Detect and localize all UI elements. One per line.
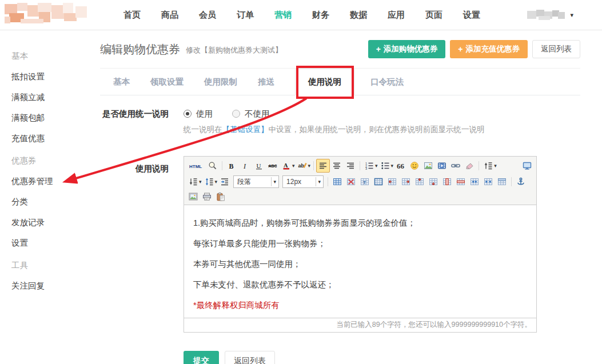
nav-item-营销[interactable]: 营销 (274, 10, 292, 21)
sidebar-item-充值优惠[interactable]: 充值优惠 (11, 133, 98, 144)
radio-use-selected[interactable] (184, 110, 192, 118)
back-to-list-bottom-button[interactable]: 返回列表 (225, 351, 275, 364)
underline-icon[interactable]: U (252, 159, 266, 173)
cell-properties-icon[interactable]: T (358, 175, 372, 189)
highlight-color-icon[interactable]: ab (296, 159, 309, 173)
nav-item-商品[interactable]: 商品 (161, 10, 178, 21)
page-title: 编辑购物优惠券 (100, 42, 180, 57)
tab-使用说明[interactable]: 使用说明 (295, 69, 354, 95)
unordered-list-icon[interactable] (378, 159, 392, 173)
radio-not-use[interactable] (232, 110, 240, 118)
line-height-icon[interactable] (481, 159, 495, 173)
sidebar-item-抵扣设置[interactable]: 抵扣设置 (11, 71, 98, 82)
unordered-list-dropdown-caret[interactable]: ▾ (391, 163, 394, 169)
html-source-icon[interactable]: HTML (186, 159, 206, 173)
table-properties-icon[interactable] (372, 175, 385, 189)
align-center-icon[interactable] (330, 159, 344, 173)
nav-item-首页[interactable]: 首页 (123, 10, 141, 21)
sidebar-item-设置[interactable]: 设置 (11, 238, 98, 249)
paragraph-select[interactable]: 段落▾ (233, 175, 279, 188)
ordered-list-dropdown-caret[interactable]: ▾ (375, 163, 378, 169)
add-shopping-coupon-button[interactable]: + 添加购物优惠券 (368, 40, 446, 58)
insert-column-left-icon[interactable] (385, 175, 399, 189)
tab-领取设置[interactable]: 领取设置 (150, 69, 184, 95)
radio-not-use-label[interactable]: 不使用 (245, 108, 270, 119)
editor-content[interactable]: 1.购买商城商品时，购物券可抵购物券券面显示的现金价值；每张订单最多只能使用一张… (184, 205, 536, 318)
insert-row-above-icon[interactable] (413, 175, 426, 189)
bold-icon[interactable]: B (225, 159, 238, 173)
insert-image-icon[interactable] (421, 159, 435, 173)
radio-use-label[interactable]: 使用 (196, 108, 213, 119)
back-to-list-button[interactable]: 返回列表 (532, 40, 580, 58)
insert-video-icon[interactable] (435, 159, 449, 173)
fullscreen-icon[interactable] (520, 159, 534, 173)
delete-column-icon[interactable] (440, 175, 454, 189)
nav-item-设置[interactable]: 设置 (463, 10, 480, 21)
svg-text:I: I (243, 162, 246, 170)
align-right-icon[interactable] (344, 159, 357, 173)
fontsize-select[interactable]: 12px▾ (282, 175, 324, 188)
nav-item-会员[interactable]: 会员 (199, 10, 216, 21)
logo-blurred[interactable] (3, 2, 90, 28)
strikethrough-icon[interactable]: ABC (266, 159, 280, 173)
anchor-icon[interactable] (514, 175, 528, 189)
tab-使用限制[interactable]: 使用限制 (204, 69, 237, 95)
chevron-down-icon: ▾ (570, 11, 573, 19)
align-left-icon[interactable] (316, 159, 330, 173)
paragraph-spacing-icon[interactable] (186, 175, 200, 189)
blockquote-icon[interactable]: 66 (394, 159, 408, 173)
paragraph-spacing-dropdown-caret[interactable]: ▾ (199, 179, 202, 185)
sidebar-item-分类[interactable]: 分类 (11, 197, 98, 207)
insert-table-icon[interactable] (330, 175, 344, 189)
header-actions: + 添加购物优惠券 + 添加充值优惠券 返回列表 (368, 40, 580, 58)
insert-column-right-icon[interactable] (399, 175, 413, 189)
unified-description-row: 是否使用统一说明 使用 不使用 (100, 108, 580, 119)
font-color-icon[interactable]: A (280, 159, 293, 173)
sidebar-item-优惠券管理[interactable]: 优惠券管理 (11, 176, 98, 187)
indent-icon[interactable] (218, 175, 232, 189)
font-color-dropdown-caret[interactable]: ▾ (292, 163, 295, 169)
nav-item-应用[interactable]: 应用 (388, 10, 405, 21)
submit-button[interactable]: 提交 (184, 351, 219, 364)
nav-item-订单[interactable]: 订单 (237, 10, 254, 21)
line-height-dropdown-caret[interactable]: ▾ (494, 163, 497, 169)
delete-table-icon[interactable] (344, 175, 358, 189)
highlight-color-dropdown-caret[interactable]: ▾ (308, 163, 311, 169)
nav-item-页面[interactable]: 页面 (425, 10, 442, 21)
print-icon[interactable] (200, 190, 214, 203)
tab-基本[interactable]: 基本 (113, 69, 130, 95)
insert-link-icon[interactable] (449, 159, 463, 173)
delete-row-icon[interactable] (454, 175, 468, 189)
sidebar-item-发放记录[interactable]: 发放记录 (11, 217, 98, 228)
table-style-icon[interactable] (495, 175, 509, 189)
sidebar-item-满额立减[interactable]: 满额立减 (11, 92, 98, 103)
paste-icon[interactable] (214, 190, 228, 203)
basic-settings-link[interactable]: 【基础设置】 (222, 125, 269, 134)
remove-format-icon[interactable] (463, 159, 476, 173)
sidebar-item-关注回复[interactable]: 关注回复 (11, 281, 98, 291)
insert-row-below-icon[interactable] (426, 175, 440, 189)
add-recharge-coupon-button[interactable]: + 添加充值优惠券 (450, 40, 528, 58)
merge-cells-icon[interactable] (468, 175, 481, 189)
tab-口令玩法[interactable]: 口令玩法 (370, 69, 404, 95)
nav-item-数据[interactable]: 数据 (350, 10, 367, 21)
tab-bar: 基本领取设置使用限制推送使用说明口令玩法 (100, 68, 580, 95)
preview-icon[interactable] (206, 159, 220, 173)
nav-items: 首页商品会员订单营销财务数据应用页面设置 (123, 10, 480, 21)
tab-推送[interactable]: 推送 (258, 69, 274, 95)
row-spacing-icon[interactable] (202, 175, 216, 189)
ordered-list-icon[interactable]: 123 (362, 159, 376, 173)
unified-description-label: 是否使用统一说明 (100, 108, 169, 119)
plus-icon: + (458, 45, 463, 53)
sidebar-item-满额包邮[interactable]: 满额包邮 (11, 113, 98, 123)
unified-description-radios: 使用 不使用 (184, 108, 270, 119)
coupon-description-form: 是否使用统一说明 使用 不使用 统一说明在【基础设置】中设置，如果使用统一说明，… (100, 108, 580, 364)
insert-images-icon[interactable] (186, 190, 200, 203)
emoticon-icon[interactable] (408, 159, 421, 173)
svg-text:B: B (229, 162, 234, 170)
user-menu[interactable]: ▾ (527, 10, 573, 20)
split-cells-icon[interactable] (481, 175, 495, 189)
italic-icon[interactable]: I (238, 159, 252, 173)
nav-item-财务[interactable]: 财务 (312, 10, 329, 21)
row-spacing-dropdown-caret[interactable]: ▾ (215, 179, 218, 185)
